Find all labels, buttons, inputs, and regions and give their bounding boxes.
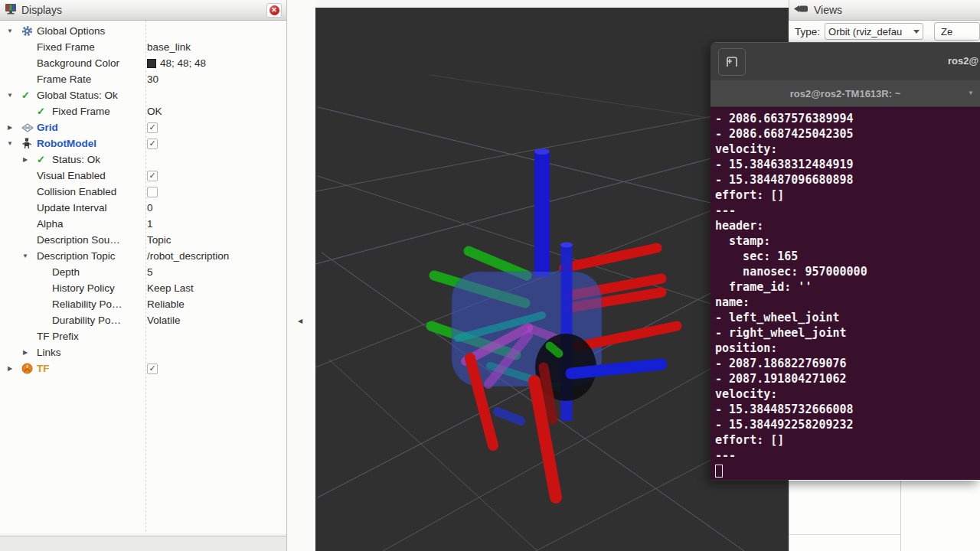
property-value[interactable]: base_link [147, 39, 191, 55]
property-value[interactable]: 30 [147, 71, 158, 87]
display-row-update-interval[interactable]: Update Interval0 [0, 200, 286, 216]
property-label: Collision Enabled [37, 184, 116, 200]
display-row-status-ok[interactable]: ▶✓Status: Ok [0, 152, 286, 168]
property-label: RobotModel [37, 135, 96, 152]
property-value: ✓ [147, 168, 158, 184]
property-label: Global Status: Ok [37, 87, 118, 103]
property-value[interactable]: Volatile [147, 312, 181, 328]
property-label: TF [37, 360, 50, 377]
views-type-row: Type: Orbit (rviz_defau Ze [789, 21, 980, 42]
views-saved-list[interactable] [789, 481, 980, 551]
views-list-divider [900, 481, 901, 551]
property-label: Description Sou… [37, 232, 120, 248]
property-label: Alpha [37, 216, 64, 232]
terminal-window: ros2@ ros2@ros2-TM1613R: ~ ▼ - 2086.6637… [710, 42, 980, 481]
displays-tree: ▼Global OptionsFixed Framebase_linkBackg… [0, 21, 286, 536]
display-row-depth[interactable]: Depth5 [0, 264, 286, 280]
terminal-output[interactable]: - 2086.6637576389994 - 2086.668742504230… [710, 107, 980, 480]
display-row-description-topic[interactable]: ▼Description Topic/robot_description [0, 248, 286, 264]
property-label: Visual Enabled [37, 168, 106, 184]
camera-icon [794, 3, 809, 17]
display-row-tf[interactable]: ▶TF✓ [0, 360, 286, 377]
terminal-tab[interactable]: ros2@ros2-TM1613R: ~ ▼ [710, 80, 980, 107]
property-value[interactable]: 48; 48; 48 [147, 55, 206, 71]
views-panel-title: Views [814, 4, 975, 16]
display-row-links[interactable]: ▶Links [0, 344, 286, 360]
property-label: Fixed Frame [37, 39, 95, 55]
collapse-arrow-icon[interactable]: ▼ [5, 135, 15, 152]
display-row-history-policy[interactable]: History PolicyKeep Last [0, 280, 286, 296]
robot-icon [21, 138, 37, 149]
property-value[interactable]: OK [147, 103, 162, 119]
tf-icon [21, 363, 37, 374]
expand-arrow-icon[interactable]: ▶ [5, 360, 15, 377]
checkbox-checked[interactable]: ✓ [147, 122, 158, 133]
new-tab-button[interactable] [718, 48, 746, 76]
property-value: ✓ [147, 135, 158, 152]
close-icon: ✕ [270, 5, 279, 15]
property-label: Status: Ok [52, 152, 100, 168]
collapse-arrow-icon[interactable]: ▼ [20, 248, 31, 264]
displays-panel-titlebar: Displays ✕ [0, 0, 286, 21]
property-label: TF Prefix [37, 328, 79, 344]
display-row-description-sou[interactable]: Description Sou…Topic [0, 232, 286, 248]
display-row-fixed-frame[interactable]: ✓Fixed FrameOK [0, 103, 286, 119]
display-row-global-options[interactable]: ▼Global Options [0, 23, 286, 39]
property-label: Global Options [37, 23, 105, 39]
checkbox-checked[interactable]: ✓ [147, 364, 158, 374]
display-row-visual-enabled[interactable]: Visual Enabled✓ [0, 168, 286, 184]
view-type-value: Orbit (rviz_defau [828, 26, 912, 37]
display-row-robotmodel[interactable]: ▼RobotModel✓ [0, 135, 286, 152]
checkbox-checked[interactable]: ✓ [147, 139, 158, 149]
expand-arrow-icon[interactable]: ▶ [5, 119, 15, 135]
displays-panel-bottom-strip [0, 536, 286, 551]
display-row-global-status-ok[interactable]: ▼✓Global Status: Ok [0, 87, 286, 103]
display-row-collision-enabled[interactable]: Collision Enabled [0, 184, 286, 200]
property-label: Background Color [37, 55, 119, 71]
display-row-alpha[interactable]: Alpha1 [0, 216, 286, 232]
property-value[interactable]: Reliable [147, 296, 185, 312]
display-row-background-color[interactable]: Background Color48; 48; 48 [0, 55, 286, 71]
chevron-down-icon: ▼ [968, 90, 974, 96]
property-value [147, 184, 158, 200]
display-row-durability-po[interactable]: Durability Po…Volatile [0, 312, 286, 328]
new-tab-icon [724, 55, 740, 69]
type-label: Type: [795, 26, 820, 37]
zero-button[interactable]: Ze [934, 22, 980, 41]
views-panel-titlebar: Views [789, 0, 980, 21]
display-row-tf-prefix[interactable]: TF Prefix [0, 328, 286, 344]
property-value: ✓ [147, 119, 158, 135]
displays-panel-title: Displays [21, 4, 266, 16]
display-row-frame-rate[interactable]: Frame Rate30 [0, 71, 286, 87]
checkbox-checked[interactable]: ✓ [147, 171, 158, 181]
expand-arrow-icon[interactable]: ▶ [20, 152, 31, 168]
property-label: Update Interval [37, 200, 107, 216]
collapse-arrow-icon[interactable]: ▼ [5, 23, 15, 39]
property-label: Durability Po… [52, 312, 121, 328]
property-value[interactable]: 5 [147, 264, 153, 280]
checkbox-unchecked[interactable] [147, 187, 158, 197]
collapse-arrow-icon[interactable]: ▼ [5, 87, 15, 103]
property-label: Depth [52, 264, 80, 280]
property-value[interactable]: 0 [147, 200, 153, 216]
property-value[interactable]: 1 [147, 216, 153, 232]
expand-arrow-icon[interactable]: ▶ [20, 344, 31, 360]
panel-gutter: ◀ [288, 0, 315, 551]
display-row-fixed-frame[interactable]: Fixed Framebase_link [0, 39, 286, 55]
terminal-cursor [715, 465, 723, 478]
hide-panel-button[interactable]: ◀ [294, 312, 306, 329]
robot-model [431, 148, 677, 497]
grid-icon [21, 123, 37, 132]
display-row-reliability-po[interactable]: Reliability Po…Reliable [0, 296, 286, 312]
property-value[interactable]: /robot_description [147, 248, 229, 264]
property-value[interactable]: Keep Last [147, 280, 194, 296]
property-value[interactable]: Topic [147, 232, 172, 248]
view-type-dropdown[interactable]: Orbit (rviz_defau [825, 23, 923, 40]
displays-panel: Displays ✕ ▼Global OptionsFixed Framebas… [0, 0, 287, 551]
color-swatch[interactable] [147, 59, 156, 68]
displays-panel-icon [5, 3, 17, 18]
property-label: Grid [37, 119, 58, 135]
property-label: Reliability Po… [52, 296, 122, 312]
display-row-grid[interactable]: ▶Grid✓ [0, 119, 286, 135]
displays-close-button[interactable]: ✕ [266, 3, 282, 18]
